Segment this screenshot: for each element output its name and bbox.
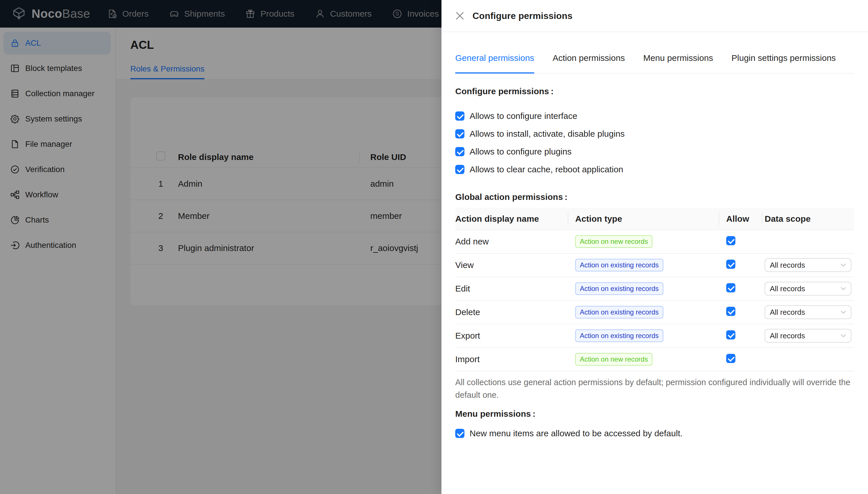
checkbox[interactable] (455, 111, 465, 121)
drawer-body: General permissions Action permissions M… (441, 52, 868, 440)
checkbox[interactable] (455, 147, 465, 156)
action-type-tag: Action on new records (575, 235, 652, 248)
configure-permissions-drawer: Configure permissions General permission… (441, 0, 868, 494)
action-type-tag: Action on new records (575, 353, 652, 366)
checkbox-item-new-menu-items[interactable]: New menu items are allowed to be accesse… (455, 427, 854, 440)
select-value: All records (770, 284, 805, 293)
table-row-import: Import Action on new records (455, 347, 854, 371)
permissions-footnote: All collections use general action permi… (455, 376, 854, 401)
allow-checkbox[interactable] (726, 330, 735, 340)
allow-checkbox[interactable] (726, 307, 735, 316)
action-name: Edit (455, 277, 568, 300)
checkbox-item-configure-plugins[interactable]: Allows to configure plugins (455, 145, 854, 158)
table-row-add-new: Add new Action on new records (455, 230, 854, 253)
close-icon[interactable] (455, 11, 465, 20)
checkbox-item-configure-interface[interactable]: Allows to configure interface (455, 110, 854, 122)
action-name: Import (455, 347, 568, 371)
select-value: All records (770, 331, 805, 340)
table-row-delete: Delete Action on existing records All re… (455, 300, 854, 324)
configure-permissions-heading: Configure permissions (455, 85, 854, 98)
action-type-tag: Action on existing records (575, 306, 663, 319)
global-actions-table: Action display name Action type Allow Da… (455, 208, 854, 372)
allow-checkbox[interactable] (726, 236, 735, 245)
chevron-down-icon (841, 263, 846, 267)
allow-checkbox[interactable] (726, 260, 735, 269)
table-row-view: View Action on existing records All reco… (455, 253, 854, 277)
drawer-tabs: General permissions Action permissions M… (455, 52, 854, 74)
checkbox[interactable] (455, 165, 465, 174)
select-value: All records (770, 261, 805, 270)
tab-general-permissions[interactable]: General permissions (455, 52, 534, 74)
col-action-display-name: Action display name (455, 208, 568, 230)
table-row-export: Export Action on existing records All re… (455, 324, 854, 347)
checkbox-label: Allows to configure interface (470, 111, 577, 121)
action-type-tag: Action on existing records (575, 259, 663, 271)
action-name: Export (455, 324, 568, 347)
tab-plugin-settings-permissions[interactable]: Plugin settings permissions (731, 52, 836, 74)
allow-checkbox[interactable] (726, 283, 735, 292)
data-scope-select[interactable]: All records (765, 305, 851, 319)
checkbox-item-clear-cache[interactable]: Allows to clear cache, reboot applicatio… (455, 163, 854, 176)
action-name: View (455, 253, 568, 277)
checkbox-label: Allows to clear cache, reboot applicatio… (470, 165, 623, 174)
action-name: Add new (455, 230, 568, 253)
data-scope-select[interactable]: All records (765, 258, 851, 272)
tab-action-permissions[interactable]: Action permissions (553, 52, 625, 74)
tab-menu-permissions[interactable]: Menu permissions (643, 52, 713, 74)
drawer-title: Configure permissions (472, 11, 573, 21)
data-scope-select[interactable]: All records (765, 282, 851, 296)
drawer-header: Configure permissions (441, 0, 868, 32)
col-action-type: Action type (568, 208, 719, 230)
checkbox[interactable] (455, 429, 465, 438)
checkbox[interactable] (455, 129, 465, 138)
checkbox-label: Allows to install, activate, disable plu… (470, 129, 625, 139)
allow-checkbox[interactable] (726, 354, 735, 363)
permissions-header-row: Action display name Action type Allow Da… (455, 208, 854, 230)
col-data-scope: Data scope (762, 208, 854, 230)
action-name: Delete (455, 300, 568, 324)
data-scope-select[interactable]: All records (765, 329, 851, 343)
col-allow: Allow (719, 208, 762, 230)
checkbox-label: Allows to configure plugins (470, 147, 572, 156)
action-type-tag: Action on existing records (575, 282, 663, 295)
configure-permissions-checkbox-group: Allows to configure interface Allows to … (455, 110, 854, 176)
chevron-down-icon (841, 310, 846, 314)
select-value: All records (770, 308, 805, 317)
checkbox-item-install-plugins[interactable]: Allows to install, activate, disable plu… (455, 128, 854, 140)
chevron-down-icon (841, 334, 846, 338)
checkbox-label: New menu items are allowed to be accesse… (470, 429, 683, 438)
action-type-tag: Action on existing records (575, 329, 663, 342)
chevron-down-icon (841, 287, 846, 290)
table-row-edit: Edit Action on existing records All reco… (455, 277, 854, 300)
menu-permissions-heading: Menu permissions (455, 407, 854, 420)
global-action-permissions-heading: Global action permissions (455, 191, 854, 203)
app-root: NocoBase Orders Shipme (0, 0, 868, 494)
